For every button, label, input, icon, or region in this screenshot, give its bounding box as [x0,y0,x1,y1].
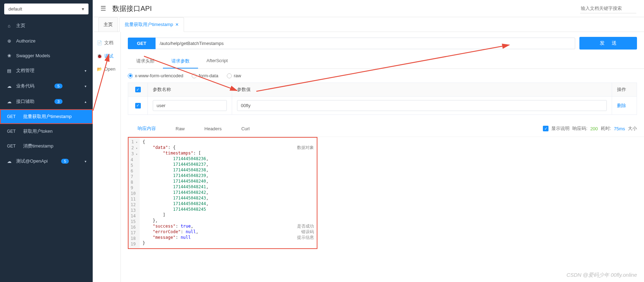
sidebar-item-batch-timestamp[interactable]: GET 批量获取用户timestamp [0,109,93,124]
radio-label: x-www-form-urlencoded [135,73,183,78]
mode-open-label: Open [104,66,116,72]
send-button[interactable]: 发 送 [579,37,637,50]
response-meta: ✓ 显示说明 响应码: 200 耗时: 75ms 大小 [543,125,637,132]
close-icon[interactable]: ✕ [175,22,179,27]
chevron-up-icon: ▴ [85,100,86,104]
col-name: 参数名称 [148,83,232,96]
cloud-icon: ☁ [6,83,12,89]
radio-raw[interactable]: raw [227,73,241,78]
code-label: 响应码: [572,125,587,132]
doc-icon: 📄 [97,40,102,45]
resp-tab-headers[interactable]: Headers [195,124,231,133]
url-input[interactable] [156,38,575,49]
chevron-down-icon: ▾ [85,69,86,73]
sidebar-item-label: 获取用户token [23,128,53,135]
badge: 3 [54,99,62,104]
mode-panel: 📄 文档 🐞 调试 📂 Open [93,32,121,282]
json-code[interactable]: { "data": {数据对象 "timestamps": [ 17144450… [140,138,317,248]
nav-authorize[interactable]: ⊕ Authorize [0,33,93,48]
search-input[interactable] [580,4,636,13]
nav-home-label: 主页 [16,22,25,29]
sidebar-item-label: 批量获取用户timestamp [23,113,72,120]
nav-swagger-models[interactable]: ❀ Swagger Models [0,48,93,63]
params-table: ✓ 参数名称 参数值 操作 ✓ 删除 [128,83,637,115]
time-label: 耗时: [601,125,611,132]
nav-doc-mgmt-label: 文档管理 [16,67,34,74]
tab-label: 批量获取用户timestamp [125,21,173,28]
nav-swagger-models-label: Swagger Models [16,53,50,58]
nav-doc-mgmt[interactable]: ▤ 文档管理 ▾ [0,63,93,78]
check-all[interactable]: ✓ [135,87,141,92]
line-numbers: 1 ▾2 ▾3 ▾4 5 6 7 8 9 10 11 12 13 14 15 1… [129,138,140,248]
topbar: ☰ 数据接口API [93,0,644,17]
tab-req-headers[interactable]: 请求头部 [128,54,163,68]
response-tabs: 响应内容 Raw Headers Curl ✓ 显示说明 响应码: 200 耗时… [128,120,644,137]
radio-icon [227,73,232,78]
col-action: 操作 [612,83,637,96]
resp-tab-curl[interactable]: Curl [231,124,259,133]
time-value: 75ms [614,126,625,131]
nav-openapi-label: 测试@OpenApi [16,158,48,164]
collapse-sidebar-icon[interactable]: ☰ [100,5,106,12]
open-icon: 📂 [97,67,102,72]
radio-label: raw [234,73,241,78]
delete-link[interactable]: 删除 [617,103,626,109]
badge: 5 [61,159,69,164]
sidebar-item-label: 消费timestamp [23,143,53,149]
encoding-row: x-www-form-urlencoded form-data raw [128,69,644,83]
code-value: 200 [590,126,598,131]
radio-label: form-data [199,73,218,78]
chevron-down-icon: ▾ [85,159,86,163]
chevron-down-icon: ▾ [82,6,84,12]
sidebar-item-get-token[interactable]: GET 获取用户token [0,124,93,139]
http-method-badge: GET [128,38,156,49]
radio-formdata[interactable]: form-data [192,73,218,78]
show-desc-checkbox[interactable]: ✓ [543,126,548,131]
row-checkbox[interactable]: ✓ [135,103,141,109]
sidebar: default ▾ ⌂ 主页 ⊕ Authorize ❀ Swagger Mod… [0,0,93,282]
mode-debug-label: 调试 [104,53,113,59]
lock-icon: ⊕ [6,38,12,44]
mode-doc[interactable]: 📄 文档 [93,36,120,50]
main-panel: ☰ 数据接口API 主页 批量获取用户timestamp ✕ 📄 文档 🐞 [93,0,644,282]
sidebar-item-consume-timestamp[interactable]: GET 消费timestamp [0,139,93,153]
doc-icon: ▤ [6,68,12,73]
badge: 5 [54,84,62,88]
resp-tab-raw[interactable]: Raw [166,124,195,133]
radio-urlencoded[interactable]: x-www-form-urlencoded [128,73,183,78]
method-badge: GET [7,144,20,149]
tab-home[interactable]: 主页 [98,17,118,32]
cloud-icon: ☁ [6,158,12,164]
request-url-row: GET 发 送 [128,32,644,54]
nav-biz-code[interactable]: ☁ 业务代码 5 ▾ [0,78,93,94]
project-select-label: default [8,6,22,12]
size-label: 大小 [628,125,637,132]
table-row: ✓ 删除 [128,97,637,114]
page-title: 数据接口API [112,4,152,13]
home-icon: ⌂ [6,23,12,28]
radio-icon [128,73,133,78]
bug-icon: 🐞 [97,54,102,59]
show-desc-label: 显示说明 [551,125,570,132]
nav-authorize-label: Authorize [16,38,35,44]
nav-intf-help[interactable]: ☁ 接口辅助 3 ▴ [0,94,93,109]
tab-label: 主页 [104,21,113,28]
param-value-input[interactable] [237,100,607,111]
mode-debug[interactable]: 🐞 调试 [93,50,120,63]
nav-biz-code-label: 业务代码 [16,83,34,89]
tab-current[interactable]: 批量获取用户timestamp ✕ [119,17,184,32]
tab-req-afterscript[interactable]: AfterScript [198,54,236,68]
response-body: 1 ▾2 ▾3 ▾4 5 6 7 8 9 10 11 12 13 14 15 1… [128,137,637,249]
param-name-input[interactable] [153,100,227,111]
resp-tab-content[interactable]: 响应内容 [128,123,166,134]
col-value: 参数值 [232,83,612,96]
nav-intf-help-label: 接口辅助 [16,98,34,105]
cube-icon: ❀ [6,53,12,58]
tab-req-params[interactable]: 请求参数 [163,54,198,68]
mode-open[interactable]: 📂 Open [93,63,120,75]
nav-home[interactable]: ⌂ 主页 [0,18,93,33]
chevron-down-icon: ▾ [85,84,86,88]
request-tabs: 请求头部 请求参数 AfterScript [128,54,644,69]
nav-openapi[interactable]: ☁ 测试@OpenApi 5 ▾ [0,153,93,169]
project-select[interactable]: default ▾ [4,4,88,14]
